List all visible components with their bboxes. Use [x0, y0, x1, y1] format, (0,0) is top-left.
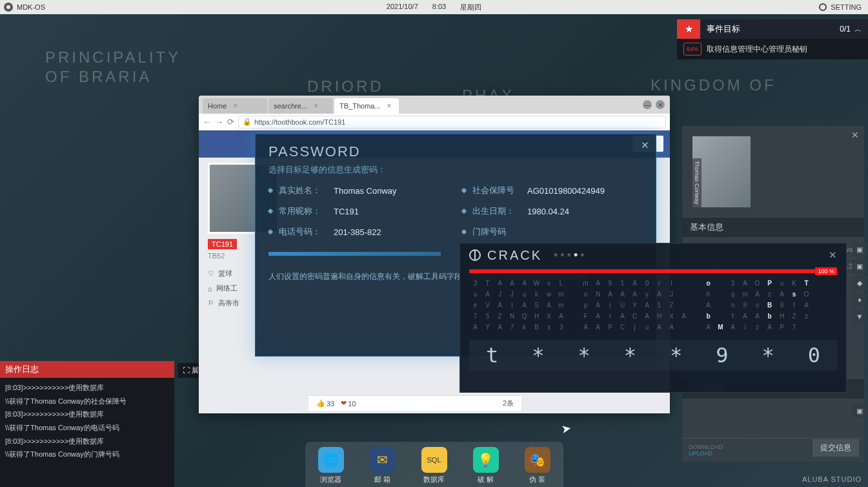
close-icon[interactable]: ✕: [641, 140, 649, 151]
info-side-icons: ▣ ▣ ◆ ♦ ▼ ▣: [853, 242, 868, 418]
chevron-up-icon[interactable]: ︿: [854, 25, 862, 34]
heart-count: 10: [348, 400, 356, 408]
like-icon[interactable]: 👍: [316, 399, 325, 408]
globe-icon: [469, 249, 481, 261]
crack-progress-pct: 100 %: [815, 267, 837, 275]
os-name: MDK-OS: [17, 3, 45, 11]
side-icon[interactable]: ▣: [853, 259, 867, 273]
tab-home[interactable]: Home×: [203, 98, 267, 114]
pw-field-name[interactable]: 真实姓名：Thomas Conway: [268, 185, 449, 196]
os-icon: [4, 3, 13, 12]
system-topbar: MDK-OS 2021/10/7 8:03 星期四 SETTING: [0, 0, 868, 14]
pw-field-door[interactable]: 门牌号码: [462, 226, 643, 238]
info-upload-label: UPLOAD: [689, 450, 712, 457]
dock-fake[interactable]: 🎭伪 装: [525, 447, 550, 484]
objective-progress: 64%: [683, 43, 701, 56]
reload-icon[interactable]: ⟳: [227, 117, 234, 127]
log-panel: 操作日志 [8:03]>>>>>>>>>>>使用数据库\\获得了Thomas C…: [0, 361, 174, 487]
comment-count: 2条: [503, 399, 514, 408]
pw-field-phone[interactable]: 电话号码：201-385-822: [268, 226, 449, 238]
close-icon[interactable]: ✕: [851, 130, 859, 140]
map-label: DRIORD: [307, 78, 384, 96]
like-count: 33: [327, 400, 334, 408]
crack-title: CRACK: [487, 248, 542, 263]
password-title: PASSWORD: [268, 143, 643, 160]
info-download-label: DOWNLOAD: [689, 444, 723, 450]
heart-icon[interactable]: ❤: [341, 399, 347, 408]
objective-item[interactable]: 64% 取得信息管理中心管理员秘钥: [677, 39, 868, 59]
address-bar: ← → ⟳ 🔒https://toothbook.com/TC191: [199, 114, 670, 130]
objective-text: 取得信息管理中心管理员秘钥: [707, 44, 807, 55]
objective-count: 0/1: [840, 25, 851, 34]
gear-icon: [819, 3, 827, 11]
submit-info-button[interactable]: 提交信息: [812, 439, 859, 457]
lock-icon: 🔒: [243, 118, 252, 126]
map-label: KINGDOM OF: [651, 76, 776, 94]
map-label: OF BRARIA: [45, 68, 152, 86]
objective-header[interactable]: ★ 事件目标 0/1 ︿: [677, 19, 868, 39]
forward-icon[interactable]: →: [215, 117, 223, 127]
side-icon[interactable]: ▣: [853, 242, 867, 256]
objective-panel: ★ 事件目标 0/1 ︿ 64% 取得信息管理中心管理员秘钥: [677, 19, 868, 59]
cursor-icon: ➤: [560, 421, 572, 437]
info-section-basic: 基本信息: [682, 218, 864, 237]
back-icon[interactable]: ←: [203, 117, 211, 127]
side-icon[interactable]: ▣: [853, 404, 867, 418]
date-label: 2021/10/7: [387, 3, 418, 12]
tab-close-icon[interactable]: ×: [387, 101, 392, 110]
side-icon[interactable]: ▼: [853, 309, 867, 324]
weekday-label: 星期四: [460, 3, 481, 12]
objective-title: 事件目标: [707, 23, 740, 35]
profile-name-tag: TC191: [208, 239, 237, 249]
password-progress-bar: [268, 252, 441, 256]
dock-db[interactable]: SQL数据库: [421, 447, 447, 484]
pw-field-ssn[interactable]: 社会保障号AG01019800424949: [462, 185, 643, 196]
time-label: 8:03: [432, 3, 446, 12]
crack-progress: 100 %: [469, 269, 837, 273]
tab-tb[interactable]: TB_Thoma...×: [334, 98, 399, 114]
tab-close-icon[interactable]: ×: [314, 101, 318, 110]
crack-window: CRACK ••••• ✕ 100 % 3TAAAWvLmA51A0rlo3AO…: [459, 243, 847, 393]
browser-tab-strip: Home× searchre...× TB_Thoma...× — ✕: [199, 96, 670, 114]
dock-crack[interactable]: 💡破 解: [473, 447, 499, 484]
studio-credit: ALUBA STUDIO: [802, 475, 862, 483]
side-icon[interactable]: ◆: [853, 276, 867, 290]
password-subtitle: 选择目标足够的信息生成密码：: [268, 164, 643, 176]
minimize-icon[interactable]: —: [643, 100, 652, 109]
tab-search[interactable]: searchre...×: [268, 98, 333, 114]
avatar-name-tag: Thomas Conway: [692, 158, 701, 207]
url-input[interactable]: 🔒https://toothbook.com/TC191: [238, 116, 666, 129]
map-label: PRINCIPALITY: [45, 48, 181, 67]
log-header: 操作日志: [0, 361, 174, 378]
crack-dots: •••••: [554, 249, 587, 262]
pw-field-nick[interactable]: 常用昵称：TC191: [268, 205, 449, 217]
dock-mail[interactable]: ✉邮 箱: [370, 447, 396, 484]
settings-button[interactable]: SETTING: [831, 3, 862, 11]
close-icon[interactable]: ✕: [829, 249, 837, 261]
tab-close-icon[interactable]: ×: [233, 101, 237, 110]
target-avatar: Thomas Conway: [692, 136, 751, 207]
crack-output: t****9*0: [469, 340, 837, 371]
close-icon[interactable]: ✕: [656, 100, 665, 109]
dock: 🌐浏览器 ✉邮 箱 SQL数据库 💡破 解 🎭伪 装: [305, 442, 563, 487]
side-icon[interactable]: ♦: [853, 293, 867, 307]
star-icon: ★: [677, 19, 700, 39]
pw-field-dob[interactable]: 出生日期：1980.04.24: [462, 205, 643, 217]
log-body: [8:03]>>>>>>>>>>>使用数据库\\获得了Thomas Conway…: [0, 378, 174, 466]
dock-browser[interactable]: 🌐浏览器: [318, 447, 344, 484]
crack-matrix: 3TAAAWvLmA51A0rlo3AOPuKTuAJJukwmoNAAAyAJ…: [469, 280, 837, 335]
